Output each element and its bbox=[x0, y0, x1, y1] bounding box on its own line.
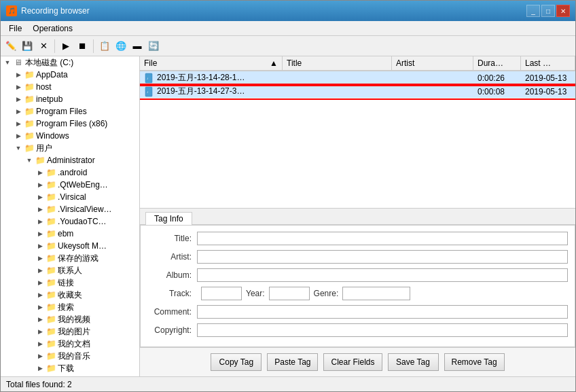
add-button[interactable]: 📋 bbox=[97, 39, 112, 54]
tree-item-music[interactable]: ▶ 📁 我的音乐 bbox=[1, 350, 139, 362]
file-row-2[interactable]: ♪ 2019-五月-13-14-27-3… 0:00:08 2019-05-13 bbox=[140, 85, 575, 99]
tree-toggle-pictures[interactable]: ▶ bbox=[35, 326, 46, 337]
track-label: Track: bbox=[147, 289, 192, 298]
comment-label: Comment: bbox=[147, 307, 192, 317]
refresh-button[interactable]: 🔄 bbox=[146, 39, 161, 54]
tree-item-virsical[interactable]: ▶ 📁 .Virsical bbox=[1, 191, 139, 203]
status-text: Total files found: 2 bbox=[6, 380, 72, 389]
tree-toggle-search[interactable]: ▶ bbox=[35, 302, 46, 313]
tree-item-downloads[interactable]: ▶ 📁 下载 bbox=[1, 362, 139, 374]
tree-item-windows[interactable]: ▶ 📁 Windows bbox=[1, 130, 139, 142]
tree-toggle-windows[interactable]: ▶ bbox=[13, 130, 24, 141]
tree-toggle-virsical[interactable]: ▶ bbox=[35, 192, 46, 202]
folder-savedgames-icon: 📁 bbox=[46, 253, 56, 264]
tree-item-programfiles[interactable]: ▶ 📁 Program Files bbox=[1, 105, 139, 118]
tree-toggle-ebm[interactable]: ▶ bbox=[35, 228, 46, 239]
tree-toggle-programfilesx86[interactable]: ▶ bbox=[13, 118, 24, 129]
tree-item-drive-c[interactable]: ▼ 🖥 本地磁盘 (C:) bbox=[1, 56, 139, 69]
tree-toggle-host[interactable]: ▶ bbox=[13, 82, 24, 92]
tree-toggle-music[interactable]: ▶ bbox=[35, 351, 46, 361]
file-cell-last-2: 2019-05-13 bbox=[521, 86, 575, 97]
folder-host-icon: 📁 bbox=[24, 82, 35, 92]
copy-tag-button[interactable]: Copy Tag bbox=[211, 353, 262, 371]
tree-toggle-qtwebeng[interactable]: ▶ bbox=[35, 179, 46, 190]
tree-toggle-virsicalview[interactable]: ▶ bbox=[35, 204, 46, 215]
col-header-file[interactable]: File ▲ bbox=[140, 56, 283, 70]
tree-item-videos[interactable]: ▶ 📁 我的视频 bbox=[1, 313, 139, 325]
tree-item-appdata[interactable]: ▶ 📁 AppData bbox=[1, 69, 139, 81]
save-button[interactable]: 💾 bbox=[20, 39, 35, 54]
file-row-1[interactable]: ♪ 2019-五月-13-14-28-1… 0:00:26 2019-05-13 bbox=[140, 71, 575, 85]
tree-toggle-drive-c[interactable]: ▼ bbox=[2, 57, 13, 68]
comment-input[interactable] bbox=[197, 305, 568, 319]
title-input[interactable] bbox=[197, 232, 568, 245]
tree-item-users[interactable]: ▼ 📁 用户 bbox=[1, 142, 139, 154]
tree-panel[interactable]: ▼ 🖥 本地磁盘 (C:) ▶ 📁 AppData ▶ 📁 host ▶ 📁 i… bbox=[1, 56, 140, 376]
tree-toggle-users[interactable]: ▼ bbox=[13, 143, 24, 154]
close-button[interactable]: ✕ bbox=[556, 5, 570, 17]
tag-info-tab[interactable]: Tag Info bbox=[145, 212, 192, 225]
menu-operations[interactable]: Operations bbox=[27, 22, 78, 35]
col-header-title[interactable]: Title bbox=[283, 56, 392, 70]
album-input[interactable] bbox=[197, 268, 568, 282]
save-tag-button[interactable]: Save Tag bbox=[388, 353, 439, 371]
copyright-input[interactable] bbox=[197, 323, 568, 337]
tree-item-savedgames[interactable]: ▶ 📁 保存的游戏 bbox=[1, 252, 139, 264]
file-list-body[interactable]: ♪ 2019-五月-13-14-28-1… 0:00:26 2019-05-13 bbox=[140, 71, 575, 208]
tree-toggle-youdaotc[interactable]: ▶ bbox=[35, 216, 46, 227]
play-button[interactable]: ▶ bbox=[58, 39, 73, 54]
genre-input[interactable] bbox=[342, 287, 410, 300]
col-header-last[interactable]: Last … bbox=[521, 56, 575, 70]
minimize-button[interactable]: _ bbox=[526, 5, 540, 17]
col-header-artist[interactable]: Artist bbox=[392, 56, 473, 70]
tree-toggle-videos[interactable]: ▶ bbox=[35, 314, 46, 325]
track-input[interactable] bbox=[201, 287, 242, 300]
tree-label-contacts: 联系人 bbox=[58, 265, 82, 277]
remove-tag-button[interactable]: Remove Tag bbox=[444, 353, 505, 371]
tree-item-host[interactable]: ▶ 📁 host bbox=[1, 81, 139, 93]
tree-item-search[interactable]: ▶ 📁 搜索 bbox=[1, 301, 139, 313]
clear-fields-button[interactable]: Clear Fields bbox=[323, 353, 382, 371]
tree-item-inetpub[interactable]: ▶ 📁 inetpub bbox=[1, 93, 139, 105]
year-input[interactable] bbox=[269, 287, 310, 300]
tree-toggle-savedgames[interactable]: ▶ bbox=[35, 253, 46, 264]
artist-input[interactable] bbox=[197, 250, 568, 264]
tree-toggle-favorites[interactable]: ▶ bbox=[35, 289, 46, 300]
folder-programfilesx86-icon: 📁 bbox=[24, 118, 35, 129]
tree-item-qtwebeng[interactable]: ▶ 📁 .QtWebEng… bbox=[1, 179, 139, 191]
globe-button[interactable]: 🌐 bbox=[113, 39, 128, 54]
tree-toggle-administrator[interactable]: ▼ bbox=[24, 155, 35, 166]
tree-toggle-documents[interactable]: ▶ bbox=[35, 338, 46, 349]
tree-item-ukeysoft[interactable]: ▶ 📁 Ukeysoft M… bbox=[1, 240, 139, 252]
tree-item-android[interactable]: ▶ 📁 .android bbox=[1, 166, 139, 179]
tree-label-inetpub: inetpub bbox=[36, 94, 62, 104]
maximize-button[interactable]: □ bbox=[541, 5, 555, 17]
edit-button[interactable]: ✏️ bbox=[3, 39, 18, 54]
tree-toggle-appdata[interactable]: ▶ bbox=[13, 69, 24, 80]
tree-item-favorites[interactable]: ▶ 📁 收藏夹 bbox=[1, 289, 139, 301]
tree-item-virsicalview[interactable]: ▶ 📁 .VirsicalView… bbox=[1, 203, 139, 215]
tree-label-android: .android bbox=[58, 168, 87, 177]
paste-tag-button[interactable]: Paste Tag bbox=[267, 353, 318, 371]
tree-label-appdata: AppData bbox=[36, 70, 68, 79]
tree-toggle-downloads[interactable]: ▶ bbox=[35, 363, 46, 374]
tree-item-documents[interactable]: ▶ 📁 我的文档 bbox=[1, 338, 139, 350]
tree-item-ebm[interactable]: ▶ 📁 ebm bbox=[1, 228, 139, 240]
tree-item-programfilesx86[interactable]: ▶ 📁 Program Files (x86) bbox=[1, 118, 139, 130]
tree-item-contacts[interactable]: ▶ 📁 联系人 bbox=[1, 264, 139, 277]
tree-item-pictures[interactable]: ▶ 📁 我的图片 bbox=[1, 325, 139, 338]
tree-toggle-contacts[interactable]: ▶ bbox=[35, 265, 46, 276]
tree-toggle-android[interactable]: ▶ bbox=[35, 167, 46, 178]
tree-item-administrator[interactable]: ▼ 📁 Administrator bbox=[1, 154, 139, 166]
tree-toggle-ukeysoft[interactable]: ▶ bbox=[35, 240, 46, 251]
col-header-duration[interactable]: Dura… bbox=[473, 56, 521, 70]
tree-item-links[interactable]: ▶ 📁 链接 bbox=[1, 277, 139, 289]
stop-button[interactable]: ⏹ bbox=[75, 39, 90, 54]
tree-toggle-links[interactable]: ▶ bbox=[35, 277, 46, 288]
menu-file[interactable]: File bbox=[3, 22, 27, 35]
tree-item-youdaotc[interactable]: ▶ 📁 .YoudaoTC… bbox=[1, 215, 139, 228]
bar-button[interactable]: ▬ bbox=[130, 39, 145, 54]
tree-toggle-programfiles[interactable]: ▶ bbox=[13, 106, 24, 117]
delete-button[interactable]: ✕ bbox=[36, 39, 51, 54]
tree-toggle-inetpub[interactable]: ▶ bbox=[13, 94, 24, 105]
